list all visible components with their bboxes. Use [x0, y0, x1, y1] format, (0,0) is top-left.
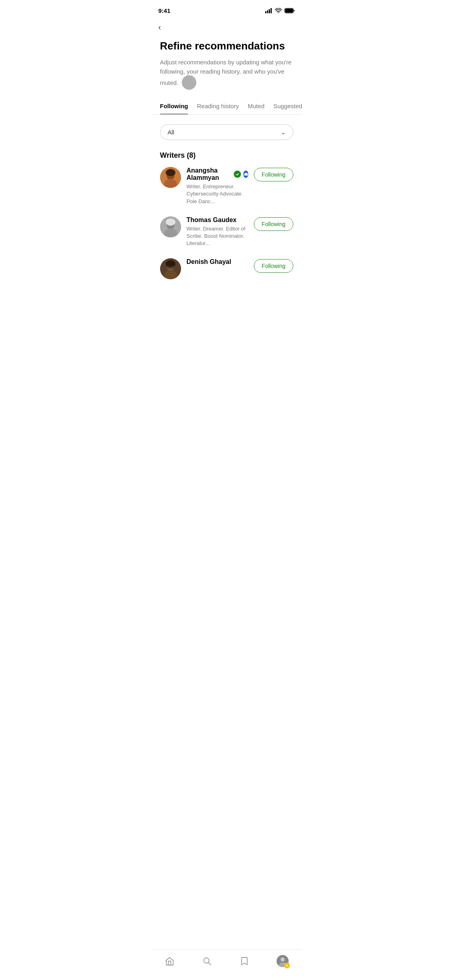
status-time: 9:41	[159, 7, 171, 14]
avatar-anangsha-image	[160, 167, 181, 188]
writer-item: Denish Ghayal Following	[160, 258, 293, 279]
writer-name: Anangsha Alammyan	[187, 167, 231, 181]
back-button[interactable]: ‹	[151, 18, 302, 37]
avatar-thomas-image	[160, 216, 181, 237]
svg-rect-3	[270, 8, 272, 13]
svg-rect-6	[285, 8, 293, 12]
following-button[interactable]: Following	[254, 168, 293, 181]
page-subtitle: Adjust recommendations by updating what …	[160, 58, 293, 91]
status-bar: 9:41	[151, 0, 302, 18]
writer-bio: Writer. Dreamer. Editor of Scribe. Boost…	[187, 225, 249, 247]
writer-bio: Writer. Entrepreneur. Cybersecurity Advo…	[187, 183, 249, 205]
status-icons	[265, 8, 295, 13]
writers-section: Writers (8) Anangsha Alammyan	[151, 144, 302, 279]
verified-icon	[235, 172, 239, 176]
tab-following[interactable]: Following	[160, 98, 194, 114]
writers-heading: Writers (8)	[160, 151, 293, 160]
notification-icon	[244, 172, 248, 177]
filter-dropdown[interactable]: All ⌄	[160, 124, 293, 140]
svg-point-18	[166, 218, 175, 226]
writer-name-row: Thomas Gaudex	[187, 216, 249, 224]
avatar	[160, 258, 181, 279]
following-button[interactable]: Following	[254, 259, 293, 273]
writer-name-row: Anangsha Alammyan	[187, 167, 249, 181]
tab-muted[interactable]: Muted	[248, 98, 270, 114]
svg-rect-12	[245, 173, 247, 174]
avatar	[160, 216, 181, 237]
following-button[interactable]: Following	[254, 217, 293, 231]
svg-point-14	[246, 175, 247, 176]
chevron-down-icon: ⌄	[281, 129, 286, 136]
writer-name: Denish Ghayal	[187, 258, 231, 266]
back-chevron-icon: ‹	[159, 23, 161, 31]
signal-icon	[265, 8, 272, 13]
battery-icon	[284, 8, 295, 13]
tooltip-bubble	[182, 75, 196, 90]
page-header: Refine recommendations Adjust recommenda…	[151, 37, 302, 91]
filter-section: All ⌄	[151, 115, 302, 144]
writer-info: Thomas Gaudex Writer. Dreamer. Editor of…	[187, 216, 249, 247]
svg-point-10	[166, 169, 175, 176]
filter-label: All	[168, 129, 175, 136]
writer-name-row: Denish Ghayal	[187, 258, 249, 266]
wifi-icon	[275, 8, 282, 13]
tab-reading-history[interactable]: Reading history	[197, 98, 244, 114]
svg-rect-1	[267, 10, 268, 13]
verified-badge	[234, 171, 241, 178]
svg-point-13	[245, 175, 245, 176]
writer-item: Anangsha Alammyan	[160, 167, 293, 205]
tabs-container: Following Reading history Muted Suggeste…	[151, 98, 302, 115]
writer-info: Anangsha Alammyan	[187, 167, 249, 205]
avatar-denish-image	[160, 258, 181, 279]
svg-rect-11	[244, 173, 248, 176]
svg-rect-2	[269, 9, 270, 13]
svg-point-4	[278, 12, 278, 13]
page-title: Refine recommendations	[160, 40, 293, 52]
writer-item: Thomas Gaudex Writer. Dreamer. Editor of…	[160, 216, 293, 247]
svg-rect-0	[265, 11, 266, 13]
notification-badge	[243, 171, 248, 178]
writer-info: Denish Ghayal	[187, 258, 249, 267]
writer-name: Thomas Gaudex	[187, 216, 237, 224]
avatar	[160, 167, 181, 188]
tab-suggested[interactable]: Suggested	[273, 98, 302, 114]
